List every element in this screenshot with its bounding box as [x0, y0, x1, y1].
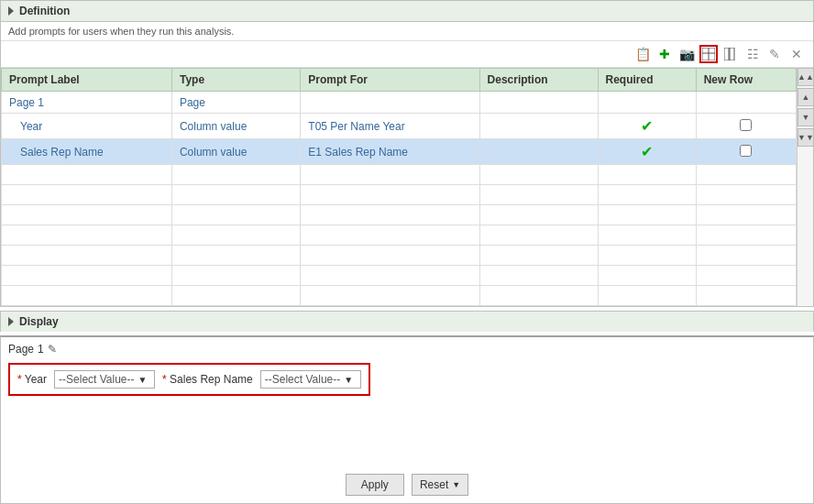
sales-rep-dropdown-arrow[interactable]: ▼ [344, 375, 353, 385]
cell-label: Sales Rep Name [2, 139, 172, 165]
col-header-required: Required [598, 69, 696, 92]
spreadsheet-icon[interactable]: ☷ [743, 45, 762, 63]
display-title: Display [19, 315, 59, 328]
scroll-up-button[interactable]: ▲ [798, 88, 814, 106]
col-header-description: Description [479, 69, 598, 92]
sales-rep-select[interactable]: --Select Value-- ▼ [260, 370, 361, 389]
col-header-new-row: New Row [696, 69, 796, 92]
cell-new-row[interactable] [696, 139, 796, 165]
display-section: Page 1 ✎ * Year --Select Value-- ▼ * Sal… [0, 335, 814, 504]
definition-table-wrapper: Prompt Label Type Prompt For Description… [1, 68, 813, 306]
table-row[interactable]: Sales Rep Name Column value E1 Sales Rep… [2, 139, 797, 165]
cell-required [598, 92, 696, 114]
cell-type: Column value [171, 139, 300, 165]
col-header-prompt-label: Prompt Label [2, 69, 172, 92]
cell-new-row[interactable] [696, 114, 796, 139]
new-row-checkbox[interactable] [740, 119, 752, 131]
page-number: 1 [38, 343, 44, 356]
cell-description [479, 92, 598, 114]
sales-rep-prompt-label: * Sales Rep Name [162, 373, 253, 386]
cell-label: Page 1 [2, 92, 172, 114]
required-checkmark: ✔ [641, 118, 653, 134]
year-dropdown-arrow[interactable]: ▼ [138, 375, 148, 385]
svg-rect-4 [730, 48, 734, 60]
table-row [2, 185, 797, 205]
table-icon[interactable] [699, 45, 718, 63]
cell-description [479, 139, 598, 165]
page-label: Page [8, 343, 34, 356]
scroll-panel: ▲▲ ▲ ▼ ▼▼ [797, 68, 813, 306]
definition-toolbar: 📋 ✚ 📷 ☷ ✎ ✕ [1, 41, 813, 68]
sales-rep-select-value: --Select Value-- [265, 373, 340, 386]
delete-icon[interactable]: ✕ [787, 45, 806, 63]
table-row[interactable]: Page 1 Page [2, 92, 797, 114]
table-row [2, 246, 797, 266]
col-header-type: Type [171, 69, 300, 92]
cell-prompt-for [301, 92, 479, 114]
reset-label: Reset [420, 478, 448, 491]
scroll-down-button[interactable]: ▼ [798, 108, 814, 126]
cell-type: Page [171, 92, 300, 114]
scroll-top-button[interactable]: ▲▲ [798, 68, 814, 86]
copy-icon[interactable]: 📋 [633, 45, 652, 63]
year-prompt-label: * Year [17, 373, 47, 386]
definition-table: Prompt Label Type Prompt For Description… [1, 68, 797, 306]
page-edit-icon[interactable]: ✎ [48, 343, 57, 356]
cell-type: Column value [171, 114, 300, 139]
definition-section-header: Definition [0, 0, 814, 21]
reset-button[interactable]: Reset ▼ [412, 474, 468, 496]
image-icon[interactable]: 📷 [677, 45, 696, 63]
table-row [2, 225, 797, 246]
scroll-bottom-button[interactable]: ▼▼ [798, 128, 814, 147]
table-row [2, 286, 797, 306]
new-row-checkbox[interactable] [740, 145, 752, 157]
cell-prompt-for: T05 Per Name Year [301, 114, 479, 139]
svg-rect-3 [724, 48, 729, 60]
cell-new-row [696, 92, 796, 114]
definition-subtitle: Add prompts for users when they run this… [1, 22, 813, 41]
display-body: Page 1 ✎ * Year --Select Value-- ▼ * Sal… [1, 337, 813, 466]
col-header-prompt-for: Prompt For [301, 69, 479, 92]
add-icon[interactable]: ✚ [655, 45, 674, 63]
reset-dropdown-arrow[interactable]: ▼ [452, 480, 460, 489]
year-select-value: --Select Value-- [59, 373, 134, 386]
edit-icon[interactable]: ✎ [765, 45, 784, 63]
table-row [2, 205, 797, 225]
cell-required: ✔ [598, 139, 696, 165]
table-row [2, 266, 797, 286]
cell-required: ✔ [598, 114, 696, 139]
cell-description [479, 114, 598, 139]
columns-icon[interactable] [721, 45, 740, 63]
cell-prompt-for: E1 Sales Rep Name [301, 139, 479, 165]
action-buttons: Apply Reset ▼ [1, 466, 813, 503]
prompt-inputs-box: * Year --Select Value-- ▼ * Sales Rep Na… [8, 363, 370, 396]
definition-title: Definition [19, 5, 70, 17]
cell-label: Year [2, 114, 172, 139]
page-display-row: Page 1 ✎ [8, 343, 806, 356]
display-section-header: Display [0, 311, 814, 332]
display-collapse-icon[interactable] [8, 317, 14, 326]
apply-button[interactable]: Apply [346, 474, 404, 496]
definition-collapse-icon[interactable] [8, 6, 14, 16]
required-checkmark: ✔ [641, 144, 653, 159]
table-row [2, 165, 797, 185]
year-select[interactable]: --Select Value-- ▼ [54, 370, 155, 389]
definition-section: Add prompts for users when they run this… [0, 21, 814, 307]
table-row[interactable]: Year Column value T05 Per Name Year ✔ [2, 114, 797, 139]
